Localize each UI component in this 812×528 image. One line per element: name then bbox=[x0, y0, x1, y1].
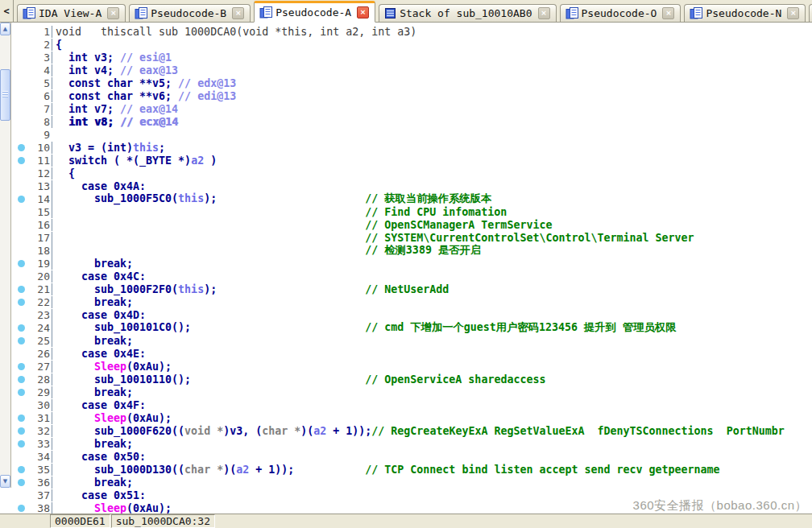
code-text[interactable]: Sleep(0xAu); bbox=[52, 412, 812, 424]
code-text[interactable]: // 检测3389 是否开启 bbox=[52, 243, 812, 258]
code-text[interactable]: break; bbox=[52, 438, 812, 450]
code-text[interactable]: case 0x4C: bbox=[52, 270, 812, 283]
code-text[interactable]: case 0x4A: bbox=[52, 180, 812, 192]
scroll-up-button[interactable]: ▲ bbox=[0, 23, 10, 35]
doc-icon bbox=[135, 7, 147, 19]
code-line: 31 Sleep(0xAu); bbox=[11, 411, 812, 424]
tab-pseudocode-o[interactable]: Pseudocode-O× bbox=[560, 4, 682, 22]
code-line: 17 // SYSTEM\CurrentControlSet\Control\T… bbox=[11, 231, 812, 244]
gutter-cell bbox=[11, 415, 31, 422]
code-line: 2{ bbox=[11, 38, 812, 51]
code-text[interactable]: case 0x4D: bbox=[52, 309, 812, 321]
code-line: 18 // 检测3389 是否开启 bbox=[11, 244, 812, 257]
tab-ida-view-a[interactable]: IDA View-A× bbox=[17, 4, 126, 22]
tab-label: Pseudocode-O bbox=[582, 7, 657, 19]
line-number: 1 bbox=[31, 26, 50, 38]
code-text[interactable]: v3 = (int)this; bbox=[52, 142, 812, 154]
line-number: 35 bbox=[31, 464, 50, 476]
tab-close-button[interactable]: × bbox=[662, 7, 674, 19]
doc-icon bbox=[566, 7, 578, 19]
tab-label: Pseudocode-B bbox=[151, 7, 226, 19]
code-text[interactable]: break; bbox=[52, 386, 812, 398]
line-number: 28 bbox=[31, 373, 50, 386]
code-text[interactable]: int v4; // eax@13 bbox=[52, 64, 812, 76]
tab-close-button[interactable]: × bbox=[538, 7, 550, 19]
code-line: 24 sub_100101C0(); // cmd 下增加一个guest用户密码… bbox=[11, 321, 812, 334]
line-number: 20 bbox=[31, 270, 50, 283]
line-number: 10 bbox=[31, 142, 50, 154]
line-number: 32 bbox=[31, 425, 50, 437]
code-text[interactable]: { bbox=[52, 39, 812, 51]
code-text[interactable]: sub_1000F5C0(this); // 获取当前操作系统版本 bbox=[52, 192, 812, 206]
code-line: 6 const char **v6; // edi@13 bbox=[11, 89, 812, 102]
code-line: 19 break; bbox=[11, 257, 812, 270]
gutter-cell bbox=[11, 376, 31, 383]
gutter-cell bbox=[11, 286, 31, 293]
line-number: 3 bbox=[31, 52, 50, 64]
code-text[interactable]: const char **v6; // edi@13 bbox=[52, 90, 812, 102]
line-number: 23 bbox=[31, 309, 50, 321]
code-text[interactable]: sub_1000D130((char *)(a2 + 1)); // TCP C… bbox=[52, 464, 812, 476]
code-text[interactable]: sub_100101C0(); // cmd 下增加一个guest用户密码123… bbox=[52, 320, 812, 335]
code-text[interactable]: break; bbox=[52, 296, 812, 308]
code-text[interactable]: break; bbox=[52, 476, 812, 489]
code-text[interactable]: Sleep(0xAu); bbox=[52, 361, 812, 373]
code-line: 36 break; bbox=[11, 476, 812, 489]
gutter-cell bbox=[11, 389, 31, 396]
code-text[interactable]: // OpenSCManagerA TermService bbox=[52, 219, 812, 231]
code-text[interactable]: int v7; // eax@14 bbox=[52, 103, 812, 115]
gutter-cell bbox=[11, 157, 31, 164]
scroll-down-button[interactable]: ▼ bbox=[0, 475, 10, 488]
code-text[interactable]: void __thiscall sub_1000DCA0(void *this,… bbox=[52, 26, 812, 38]
tab-close-button[interactable]: × bbox=[787, 7, 799, 19]
line-number: 14 bbox=[31, 193, 50, 205]
stack-icon bbox=[384, 7, 396, 19]
code-text[interactable]: break; bbox=[52, 335, 812, 347]
tab-label: Pseudocode-A bbox=[276, 6, 351, 19]
code-text[interactable]: switch ( *(_BYTE *)a2 ) bbox=[52, 155, 812, 167]
code-text[interactable]: case 0x50: bbox=[52, 451, 812, 463]
gutter-cell bbox=[11, 337, 31, 344]
tab-pseudocode-a[interactable]: Pseudocode-A× bbox=[254, 1, 375, 23]
scrollbar-thumb[interactable] bbox=[0, 69, 10, 121]
tabs-scroll-left-button[interactable]: < bbox=[0, 0, 14, 22]
left-scrollbar[interactable]: ▲ ▼ bbox=[0, 23, 11, 488]
line-number: 19 bbox=[31, 258, 50, 270]
tab-close-button[interactable]: × bbox=[232, 7, 244, 19]
code-line: 16 // OpenSCManagerA TermService bbox=[11, 218, 812, 231]
code-text[interactable]: sub_10010110(); // OpenServiceA sharedac… bbox=[52, 373, 812, 386]
breakpoint-dot-icon bbox=[18, 415, 25, 422]
code-area[interactable]: 1void __thiscall sub_1000DCA0(void *this… bbox=[11, 23, 812, 514]
code-text[interactable]: { bbox=[52, 167, 812, 179]
watermark: 360安全播报（bobao.360.cn） bbox=[633, 498, 807, 514]
tab-close-button[interactable]: × bbox=[107, 7, 119, 19]
line-number: 30 bbox=[31, 399, 50, 411]
tab-pseudocode-h[interactable]: Pseudocode-H× bbox=[809, 4, 812, 22]
code-line: 3 int v3; // esi@1 bbox=[11, 51, 812, 64]
gutter-cell bbox=[11, 260, 31, 267]
code-line: 20 case 0x4C: bbox=[11, 270, 812, 283]
code-line: 9 bbox=[11, 128, 812, 141]
code-text[interactable]: sub_1000F2F0(this); // NetUserAdd bbox=[52, 283, 812, 295]
gutter-cell bbox=[11, 144, 31, 151]
code-text[interactable]: case 0x4E: bbox=[52, 348, 812, 360]
tab-pseudocode-b[interactable]: Pseudocode-B× bbox=[129, 4, 251, 22]
line-number: 5 bbox=[31, 77, 50, 89]
tab-pseudocode-n[interactable]: Pseudocode-N× bbox=[684, 4, 806, 22]
tab-stack-of-sub-10010ab0[interactable]: Stack of sub_10010AB0× bbox=[379, 4, 556, 22]
code-text[interactable]: break; bbox=[52, 258, 812, 270]
breakpoint-dot-icon bbox=[18, 337, 25, 344]
code-text[interactable]: sub_1000F620((void *)v3, (char *)(a2 + 1… bbox=[52, 425, 812, 437]
code-text[interactable]: // Find CPU infomation bbox=[52, 206, 812, 218]
line-number: 29 bbox=[31, 386, 50, 398]
code-text[interactable]: case 0x4F: bbox=[52, 399, 812, 411]
code-text[interactable]: int v3; // esi@1 bbox=[52, 52, 812, 64]
tab-close-button[interactable]: × bbox=[357, 6, 369, 19]
doc-icon bbox=[690, 7, 702, 19]
tab-label: Pseudocode-N bbox=[706, 7, 781, 19]
breakpoint-dot-icon bbox=[18, 196, 25, 203]
code-line: 12 { bbox=[11, 167, 812, 179]
code-text[interactable]: // SYSTEM\CurrentControlSet\Control\Term… bbox=[52, 232, 812, 244]
code-text[interactable]: const char **v5; // edx@13 bbox=[52, 77, 812, 89]
code-text[interactable]: int v8; // ecx@14 bbox=[52, 116, 812, 128]
